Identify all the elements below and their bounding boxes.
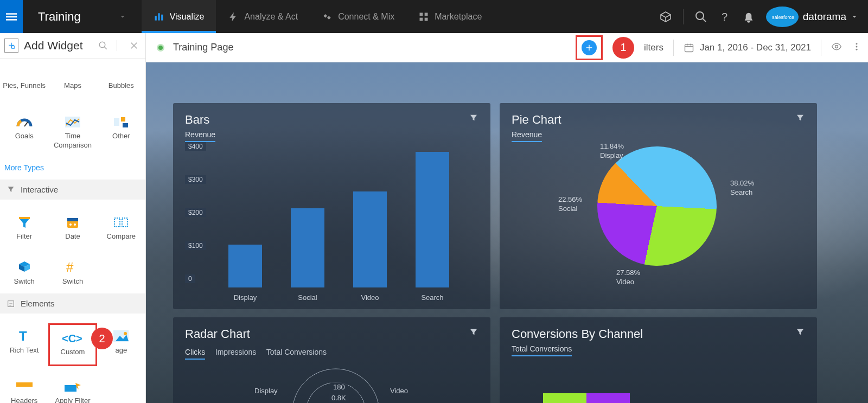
- add-widget-icon: [4, 39, 18, 53]
- widget-type-time-comparison[interactable]: Time Comparison: [48, 109, 97, 158]
- widget-title: Conversions By Channel: [512, 327, 795, 341]
- widget-type-compare[interactable]: Compare: [97, 209, 145, 249]
- widget-type-row: Goals Time Comparison Other: [0, 98, 145, 158]
- svg-point-10: [696, 12, 704, 20]
- widget-type-row: TRich Text <C>Custom age 2: [0, 314, 145, 366]
- menu-button[interactable]: [0, 0, 23, 33]
- add-widget-button[interactable]: [582, 40, 597, 55]
- widget-type-goals[interactable]: Goals: [0, 109, 48, 158]
- filter-icon: [7, 185, 15, 194]
- page-title: Training Page: [173, 42, 233, 53]
- panel-header: Add Widget: [0, 33, 145, 59]
- ytick: $100: [185, 241, 206, 250]
- bar-fragment: [543, 393, 586, 403]
- page-status-dot: [157, 44, 164, 52]
- tab-connect[interactable]: Connect & Mix: [310, 0, 406, 33]
- search-icon[interactable]: [98, 41, 108, 50]
- widget-filter-button[interactable]: [795, 327, 805, 339]
- pie-label-video: 27.58% Video: [616, 268, 640, 287]
- close-icon[interactable]: [129, 41, 139, 50]
- svg-rect-15: [685, 44, 693, 52]
- svg-rect-30: [123, 123, 128, 127]
- ytick: $200: [185, 208, 206, 217]
- svg-rect-6: [420, 12, 423, 16]
- date-range-text: Jan 1, 2016 - Dec 31, 2021: [700, 42, 811, 53]
- widget-type-other[interactable]: Other: [97, 109, 145, 158]
- ytick: 0: [185, 274, 195, 283]
- widget-pie[interactable]: Pie Chart Revenue 38.02% Search 27.58% V…: [500, 103, 817, 309]
- bar: [416, 152, 449, 287]
- widget-radar[interactable]: Radar Chart Clicks Impressions Total Con…: [173, 317, 490, 403]
- widget-subtitle[interactable]: Revenue: [185, 130, 215, 142]
- hash-icon: #: [65, 260, 80, 275]
- radar-tab-conversions[interactable]: Total Conversions: [266, 348, 327, 356]
- ytick: $400: [185, 142, 206, 151]
- radar-tab-clicks[interactable]: Clicks: [185, 348, 205, 360]
- svg-rect-28: [114, 118, 119, 126]
- svg-line-26: [24, 122, 28, 126]
- widget-type-filter[interactable]: Filter: [0, 209, 48, 249]
- svg-rect-0: [6, 13, 17, 15]
- widget-type-pies-funnels[interactable]: Pies, Funnels: [0, 59, 48, 98]
- pie-label-display: 11.84% Display: [600, 142, 624, 161]
- svg-point-24: [99, 42, 105, 48]
- widget-type-bubbles[interactable]: Bubbles: [97, 59, 145, 98]
- grid-icon: [418, 11, 429, 22]
- section-label: Elements: [21, 299, 55, 308]
- widget-type-maps[interactable]: Maps: [48, 59, 97, 98]
- ytick: $300: [185, 175, 206, 184]
- widget-filter-button[interactable]: [469, 327, 478, 339]
- more-options-button[interactable]: [852, 42, 861, 54]
- visibility-button[interactable]: [831, 41, 842, 54]
- box-icon[interactable]: [659, 10, 672, 23]
- pie-chart: [572, 121, 741, 290]
- widget-filter-button[interactable]: [469, 113, 478, 125]
- workspace-selector[interactable]: Training: [23, 10, 142, 24]
- add-widget-panel: Add Widget Pies, Funnels Maps Bubbles Go…: [0, 33, 146, 403]
- divider: [117, 40, 117, 51]
- help-icon[interactable]: ?: [718, 10, 731, 23]
- widget-filter-button[interactable]: [795, 113, 805, 125]
- svg-rect-1: [6, 16, 17, 17]
- bell-icon[interactable]: [742, 10, 755, 23]
- widget-type-apply-filter[interactable]: Apply Filter: [48, 374, 97, 403]
- widget-conversions[interactable]: Conversions By Channel Total Conversions: [500, 317, 817, 403]
- tab-analyze[interactable]: Analyze & Act: [216, 0, 310, 33]
- widget-subtitle[interactable]: Revenue: [512, 130, 542, 142]
- svg-rect-37: [122, 218, 127, 227]
- calendar-icon: [684, 42, 694, 53]
- svg-text:salesforce: salesforce: [772, 15, 794, 20]
- widget-subtitle[interactable]: Total Conversions: [512, 344, 572, 356]
- tab-marketplace[interactable]: Marketplace: [406, 0, 494, 33]
- svg-rect-7: [425, 12, 428, 16]
- tab-visualize[interactable]: Visualize: [142, 0, 216, 33]
- widget-type-switch-a[interactable]: Switch: [0, 254, 48, 294]
- widget-type-headers[interactable]: Headers: [0, 374, 48, 403]
- radar-tab-impressions[interactable]: Impressions: [215, 348, 256, 356]
- xlabel: Display: [234, 293, 257, 302]
- radar-tick: 180: [330, 382, 348, 392]
- widget-type-date[interactable]: Date: [48, 209, 97, 249]
- image-icon: [113, 330, 129, 342]
- line-chart-icon: [64, 116, 81, 129]
- widget-type-custom[interactable]: <C>Custom: [48, 323, 97, 366]
- widget-bars[interactable]: Bars Revenue $400 $300 $200 $100 0 Displ…: [173, 103, 490, 309]
- chevron-down-icon[interactable]: [851, 13, 858, 21]
- widget-type-row: Filter Date Compare: [0, 200, 145, 249]
- chevron-down-icon: [119, 13, 126, 21]
- xlabel: Search: [421, 293, 443, 302]
- widget-type-richtext[interactable]: TRich Text: [0, 323, 48, 366]
- search-icon[interactable]: [694, 10, 707, 23]
- gauge-icon: [16, 116, 33, 129]
- more-types-link[interactable]: More Types: [0, 158, 145, 180]
- svg-text:#: #: [66, 260, 74, 274]
- svg-point-44: [124, 332, 127, 335]
- svg-text:<C>: <C>: [62, 332, 82, 344]
- xlabel: Video: [361, 293, 379, 302]
- cube-icon: [17, 260, 32, 275]
- pie-label-search: 38.02% Search: [730, 179, 754, 197]
- date-range-picker[interactable]: Jan 1, 2016 - Dec 31, 2021: [684, 42, 811, 53]
- filters-label[interactable]: ilters: [644, 42, 663, 53]
- widget-type-switch-b[interactable]: #Switch: [48, 254, 97, 294]
- topnav-actions: ? salesforce datorama: [659, 5, 858, 28]
